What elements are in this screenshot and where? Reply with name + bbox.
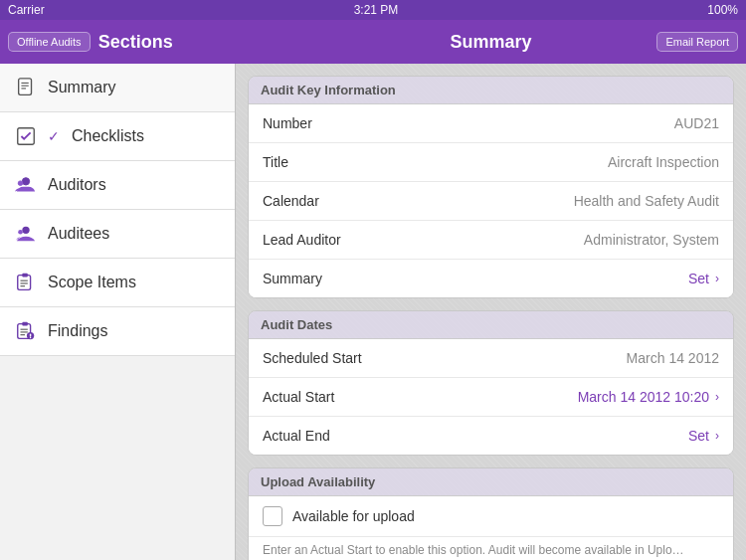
sidebar: Summary ✓ Checklists xyxy=(0,64,236,560)
battery-label: 100% xyxy=(707,3,738,17)
lead-auditor-value: Administrator, System xyxy=(584,232,719,248)
row-title: Title Aircraft Inspection xyxy=(249,143,733,182)
auditors-icon xyxy=(14,173,38,197)
audit-dates-card: Audit Dates Scheduled Start March 14 201… xyxy=(248,310,734,456)
sidebar-item-summary[interactable]: Summary xyxy=(0,64,235,112)
number-label: Number xyxy=(263,115,312,131)
title-value: Aircraft Inspection xyxy=(608,154,719,170)
title-label: Title xyxy=(263,154,288,170)
auditees-icon xyxy=(14,222,38,246)
actual-start-label: Actual Start xyxy=(263,389,334,405)
main-layout: Summary ✓ Checklists xyxy=(0,64,746,560)
svg-point-21 xyxy=(30,337,31,338)
actual-start-chevron-icon: › xyxy=(715,390,719,404)
sidebar-item-auditors-label: Auditors xyxy=(48,176,106,194)
sidebar-item-findings-label: Findings xyxy=(48,322,107,340)
document-icon xyxy=(14,76,38,99)
header-left: Offline Audits Sections xyxy=(0,32,236,53)
summary-chevron-icon: › xyxy=(715,272,719,285)
svg-rect-15 xyxy=(22,322,27,326)
sidebar-item-findings[interactable]: Findings xyxy=(0,307,235,356)
svg-point-7 xyxy=(22,227,29,234)
available-for-upload-label: Available for upload xyxy=(292,508,415,524)
summary-label: Summary xyxy=(263,271,322,286)
content-area: Audit Key Information Number AUD21 Title… xyxy=(236,64,746,560)
svg-rect-10 xyxy=(22,274,27,278)
sections-title: Sections xyxy=(98,32,173,53)
calendar-value: Health and Safety Audit xyxy=(574,193,719,209)
status-bar: Carrier 3:21 PM 100% xyxy=(0,0,746,20)
sidebar-item-summary-label: Summary xyxy=(48,79,115,96)
calendar-label: Calendar xyxy=(263,193,319,209)
svg-point-8 xyxy=(18,230,23,235)
audit-dates-header: Audit Dates xyxy=(249,311,733,339)
upload-availability-card: Upload Availability Available for upload… xyxy=(248,467,734,560)
scheduled-start-value: March 14 2012 xyxy=(627,350,719,366)
row-summary[interactable]: Summary Set › xyxy=(249,260,733,297)
audit-key-info-header: Audit Key Information xyxy=(249,77,733,104)
sidebar-item-checklists-label: Checklists xyxy=(72,127,144,145)
number-value: AUD21 xyxy=(674,115,719,131)
sidebar-item-scope-items-label: Scope Items xyxy=(48,274,136,291)
sidebar-item-auditees-label: Auditees xyxy=(48,225,109,243)
row-calendar: Calendar Health and Safety Audit xyxy=(249,182,733,221)
upload-availability-row: Available for upload xyxy=(249,496,733,537)
row-actual-end[interactable]: Actual End Set › xyxy=(249,417,733,455)
time-label: 3:21 PM xyxy=(354,3,399,17)
actual-end-value: Set › xyxy=(688,428,719,444)
scheduled-start-label: Scheduled Start xyxy=(263,350,362,366)
svg-point-6 xyxy=(18,181,23,186)
sidebar-item-auditors[interactable]: Auditors xyxy=(0,161,235,210)
audit-key-info-card: Audit Key Information Number AUD21 Title… xyxy=(248,76,734,298)
carrier-label: Carrier xyxy=(8,3,45,17)
available-for-upload-checkbox[interactable] xyxy=(263,506,282,526)
svg-point-5 xyxy=(22,178,29,185)
offline-audits-button[interactable]: Offline Audits xyxy=(8,32,91,52)
checkmark-icon: ✓ xyxy=(48,128,60,144)
sidebar-item-scope-items[interactable]: Scope Items xyxy=(0,259,235,307)
actual-end-label: Actual End xyxy=(263,428,330,444)
upload-availability-header: Upload Availability xyxy=(249,468,733,496)
row-number: Number AUD21 xyxy=(249,104,733,143)
email-report-button[interactable]: Email Report xyxy=(656,32,738,52)
actual-start-value: March 14 2012 10:20 › xyxy=(578,389,719,405)
scope-icon xyxy=(14,271,38,294)
row-actual-start[interactable]: Actual Start March 14 2012 10:20 › xyxy=(249,378,733,417)
checklist-icon xyxy=(14,124,38,148)
upload-hint-text: Enter an Actual Start to enable this opt… xyxy=(249,537,733,560)
svg-rect-0 xyxy=(19,79,32,95)
findings-icon xyxy=(14,319,38,343)
actual-end-chevron-icon: › xyxy=(715,429,719,443)
sidebar-item-checklists[interactable]: ✓ Checklists xyxy=(0,112,235,161)
row-lead-auditor: Lead Auditor Administrator, System xyxy=(249,221,733,260)
sidebar-item-auditees[interactable]: Auditees xyxy=(0,210,235,259)
row-scheduled-start: Scheduled Start March 14 2012 xyxy=(249,339,733,378)
summary-value: Set › xyxy=(688,271,719,286)
header: Offline Audits Sections Summary Email Re… xyxy=(0,20,746,64)
lead-auditor-label: Lead Auditor xyxy=(263,232,341,248)
svg-rect-9 xyxy=(18,276,31,290)
